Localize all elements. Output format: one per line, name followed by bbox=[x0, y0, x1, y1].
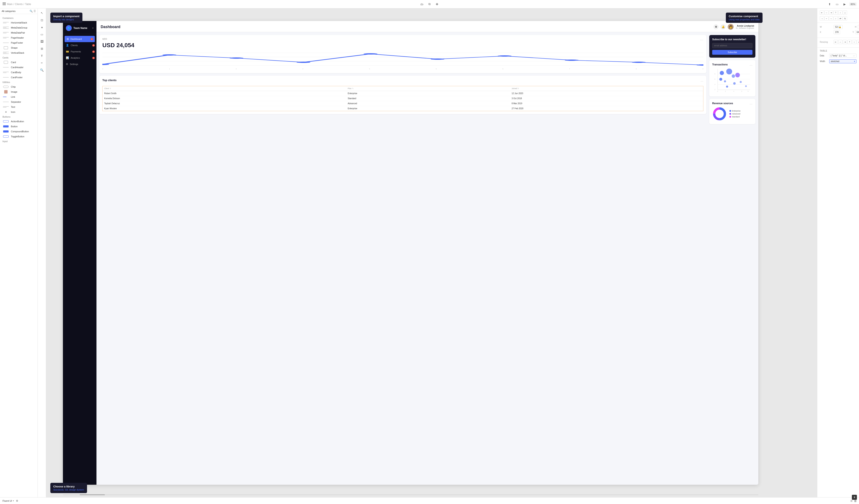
sort-client-icon[interactable]: ⇅ bbox=[110, 88, 111, 90]
sidebar-item-togglebutton[interactable]: ToggleButton bbox=[0, 134, 37, 139]
sort-plan-icon[interactable]: ⇅ bbox=[352, 88, 353, 90]
notification-btn[interactable]: 🔔 bbox=[721, 24, 726, 29]
width-value[interactable]: stretched ▾ bbox=[829, 59, 857, 63]
data-value[interactable]: { "body": [{ { "cli... — bbox=[829, 54, 857, 58]
cursor-icon[interactable]: ↖ bbox=[39, 10, 45, 16]
component-icon[interactable]: ◈ bbox=[39, 24, 45, 30]
play-icon[interactable]: ▶ bbox=[842, 1, 848, 7]
search-icon[interactable]: 🔍 bbox=[30, 10, 33, 13]
dist-v-icon[interactable]: ⫟ bbox=[824, 16, 829, 20]
align-bottom-icon[interactable]: ⇣ bbox=[843, 11, 847, 15]
sidebar-item-cardfooter[interactable]: CardFooter bbox=[0, 75, 37, 80]
layers-icon[interactable]: ⧉ bbox=[426, 1, 433, 7]
device-icon[interactable]: ▭ bbox=[834, 1, 840, 7]
lock-icon[interactable]: 🔓 bbox=[839, 26, 841, 28]
tooltip-import: Import a component Directly into designs bbox=[50, 13, 82, 23]
align-center-h-icon[interactable]: ↔ bbox=[824, 11, 829, 15]
sidebar-item-verticalstack[interactable]: VerticalStack bbox=[0, 50, 37, 55]
nav-settings[interactable]: ⚙ Settings bbox=[63, 61, 96, 67]
pen-icon[interactable]: ✏ bbox=[39, 60, 45, 66]
library-settings-icon[interactable]: ⚙ bbox=[16, 499, 19, 503]
sidebar-item-link[interactable]: Link bbox=[0, 94, 37, 100]
table-section-title: TABLE bbox=[820, 50, 857, 52]
frame-icon[interactable]: ⊡ bbox=[39, 17, 45, 23]
resize-mid-icon[interactable]: ↕ bbox=[852, 40, 856, 44]
sidebar-item-horizontalstack[interactable]: HorizontalStack bbox=[0, 20, 37, 25]
cell-client: Taybah Delacruz bbox=[103, 101, 346, 106]
resize-right-icon[interactable]: ⇥ bbox=[843, 40, 847, 44]
nav-clients[interactable]: 👤 Clients bbox=[63, 42, 96, 48]
nav-analytics[interactable]: 📊 Analytics bbox=[63, 55, 96, 61]
sidebar-item-button[interactable]: Button bbox=[0, 124, 37, 129]
w-input[interactable]: 521 🔓 bbox=[834, 25, 843, 29]
card-menu-transactions[interactable]: ⋯ bbox=[750, 64, 752, 67]
sidebar-item-metadatapair[interactable]: MetaDataPair bbox=[0, 30, 37, 35]
space-h-icon[interactable]: ↔ bbox=[829, 16, 833, 20]
sidebar-item-icon[interactable]: ★ Icon bbox=[0, 109, 37, 114]
newsletter-subscribe-button[interactable]: Subscribe bbox=[712, 50, 752, 55]
canvas-scrollbar-thumb[interactable] bbox=[80, 494, 105, 495]
h-input[interactable]: 244 bbox=[858, 25, 859, 29]
flip-v-icon[interactable]: ⇅ bbox=[843, 16, 847, 20]
resize-top-icon[interactable]: ⇡ bbox=[847, 40, 852, 44]
panel-toggle[interactable]: ⏸ bbox=[852, 495, 857, 500]
flip-h-icon[interactable]: ⇄ bbox=[838, 16, 842, 20]
sidebar-item-separator[interactable]: Separator bbox=[0, 100, 37, 104]
transactions-scatter: 8 6 4 2 0 2 4 6 8 bbox=[712, 68, 752, 93]
breadcrumb-clients[interactable]: Clients bbox=[15, 3, 22, 6]
sidebar-item-cardbody[interactable]: CardBody bbox=[0, 70, 37, 75]
sidebar-item-actionbutton[interactable]: ActionButton bbox=[0, 119, 37, 124]
y-input[interactable]: 642 ↻ bbox=[855, 30, 859, 34]
breadcrumb-main[interactable]: Main bbox=[7, 3, 13, 6]
zoom-level[interactable]: 80% bbox=[849, 2, 857, 6]
library-selector[interactable]: Fluent UI ▾ bbox=[2, 500, 14, 502]
grid-icon[interactable]: ⊞ bbox=[39, 46, 45, 51]
rect-icon[interactable]: ▭ bbox=[39, 31, 45, 37]
align-center-v-icon[interactable]: ↕ bbox=[838, 11, 842, 15]
sidebar-item-cardheader[interactable]: CardHeader bbox=[0, 65, 37, 70]
sidebar-item-text[interactable]: Text bbox=[0, 104, 37, 109]
sidebar-item-pageheader[interactable]: PageHeader bbox=[0, 35, 37, 40]
share-icon[interactable]: ✤ bbox=[434, 1, 440, 7]
sidebar-item-image[interactable]: Image bbox=[0, 89, 37, 94]
align-right-icon[interactable]: ⇥ bbox=[829, 11, 833, 15]
search-icon-rail[interactable]: 🔍 bbox=[39, 67, 45, 73]
xy-row: X 378 Y 642 ↻ bbox=[820, 30, 857, 34]
sort-joined-icon[interactable]: ⇅ bbox=[517, 88, 519, 90]
align-top-icon[interactable]: ⇡ bbox=[834, 11, 838, 15]
card-menu-revenue[interactable]: ⋯ bbox=[750, 103, 752, 106]
newsletter-email-input[interactable] bbox=[712, 43, 752, 48]
resize-left-icon[interactable]: ⇤ bbox=[834, 40, 838, 44]
section-title-containers: Containers bbox=[0, 16, 37, 20]
x-input[interactable]: 378 bbox=[834, 30, 840, 34]
image-icon-rail[interactable]: 🖼 bbox=[39, 39, 45, 44]
breadcrumb-table[interactable]: Table bbox=[25, 3, 31, 6]
nav-dashboard[interactable]: ⊞ Dashboard bbox=[64, 36, 95, 42]
library-chevron-icon[interactable]: ▾ bbox=[13, 500, 14, 502]
sidebar-item-shape[interactable]: Shape bbox=[0, 45, 37, 50]
card-menu-mrr[interactable]: ⋯ bbox=[700, 38, 703, 42]
align-left-icon[interactable]: ⇤ bbox=[820, 11, 824, 15]
nav-payments[interactable]: 💳 Payments bbox=[63, 48, 96, 55]
export-icon[interactable]: ⬆ bbox=[827, 1, 832, 7]
settings-btn[interactable]: ⚙ bbox=[713, 24, 719, 29]
sidebar-item-compoundbutton[interactable]: CompoundButton bbox=[0, 129, 37, 134]
top-bar-center: 🗁 ⧉ ✤ bbox=[419, 1, 440, 7]
sidebar-item-card[interactable]: Card bbox=[0, 60, 37, 65]
sidebar-item-pagefooter[interactable]: PageFooter bbox=[0, 40, 37, 45]
list-view-icon[interactable]: ☰ bbox=[33, 10, 36, 13]
data-expand-icon[interactable]: — bbox=[853, 55, 855, 57]
sidebar-item-chip[interactable]: Chip bbox=[0, 84, 37, 89]
resize-bottom-icon[interactable]: ⇣ bbox=[857, 40, 859, 44]
text-icon-rail[interactable]: T bbox=[39, 53, 45, 59]
resize-center-icon[interactable]: ↔ bbox=[838, 40, 842, 44]
space-v-icon[interactable]: ↕ bbox=[834, 16, 838, 20]
width-dropdown-icon[interactable]: ▾ bbox=[854, 60, 855, 62]
canvas-scrollbar[interactable] bbox=[63, 494, 758, 495]
sidebar-item-metadatagroup[interactable]: MetaDataGroup bbox=[0, 25, 37, 30]
menu-icon[interactable] bbox=[2, 2, 6, 6]
card-menu-clients[interactable]: ⋯ bbox=[700, 80, 703, 83]
dist-h-icon[interactable]: ⫞ bbox=[820, 16, 824, 20]
chevron-icon[interactable]: ▾ bbox=[92, 27, 93, 30]
file-icon[interactable]: 🗁 bbox=[419, 1, 425, 7]
